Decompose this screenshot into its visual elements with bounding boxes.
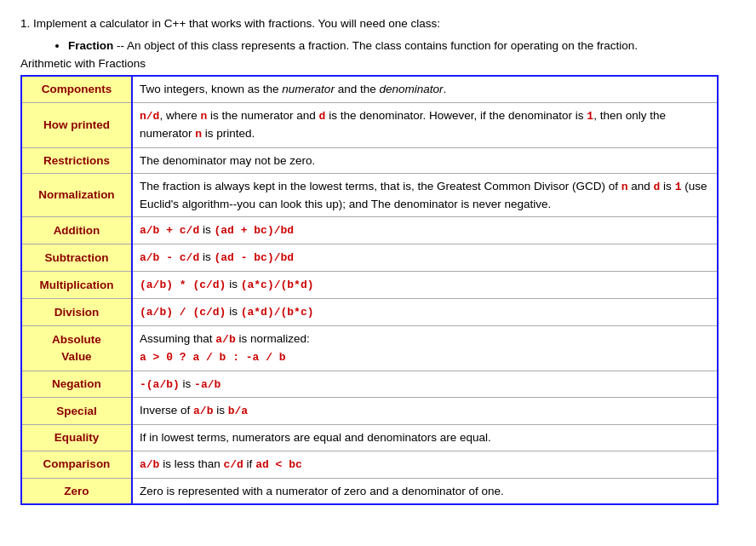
table-row: Negation -(a/b) is -a/b [21,371,718,398]
table-row: Zero Zero is represented with a numerato… [21,478,718,504]
intro-section: 1. Implement a calculator in C++ that wo… [20,15,736,70]
row-content-negation: -(a/b) is -a/b [132,371,718,398]
intro-bullet: Fraction -- An object of this class repr… [68,39,736,52]
table-row: Special Inverse of a/b is b/a [21,398,718,425]
section-title: Arithmetic with Fractions [20,57,736,70]
row-content-how-printed: n/d, where n is the numerator and d is t… [132,102,718,147]
row-label-restrictions: Restrictions [21,147,132,174]
fraction-table: Components Two integers, known as the nu… [20,75,719,505]
row-label-multiplication: Multiplication [21,272,132,299]
table-row: Addition a/b + c/d is (ad + bc)/bd [21,217,718,244]
row-label-addition: Addition [21,217,132,244]
table-row: Normalization The fraction is always kep… [21,174,718,217]
row-label-components: Components [21,76,132,102]
row-content-components: Two integers, known as the numerator and… [132,76,718,102]
table-row: Equality If in lowest terms, numerators … [21,425,718,451]
row-content-normalization: The fraction is always kept in the lowes… [132,174,718,217]
row-content-multiplication: (a/b) * (c/d) is (a*c)/(b*d) [132,272,718,299]
row-content-special: Inverse of a/b is b/a [132,398,718,425]
table-row: Components Two integers, known as the nu… [21,76,718,102]
row-label-how-printed: How printed [21,102,132,147]
row-content-comparison: a/b is less than c/d if ad < bc [132,451,718,478]
row-content-absolute-value: Assuming that a/b is normalized: a > 0 ?… [132,325,718,371]
bullet-text: -- An object of this class represents a … [113,39,638,52]
bullet-mono: Fraction [68,39,113,52]
row-content-division: (a/b) / (c/d) is (a*d)/(b*c) [132,299,718,326]
row-label-comparison: Comparison [21,451,132,478]
row-content-restrictions: The denominator may not be zero. [132,147,718,174]
table-row: Comparison a/b is less than c/d if ad < … [21,451,718,478]
row-label-absolute-value: AbsoluteValue [21,325,132,371]
row-content-equality: If in lowest terms, numerators are equal… [132,425,718,451]
row-label-division: Division [21,299,132,326]
table-row: Subtraction a/b - c/d is (ad - bc)/bd [21,244,718,272]
row-content-zero: Zero is represented with a numerator of … [132,478,718,504]
table-row: Division (a/b) / (c/d) is (a*d)/(b*c) [21,299,718,326]
table-row: Restrictions The denominator may not be … [21,147,718,174]
table-row: AbsoluteValue Assuming that a/b is norma… [21,325,718,371]
row-label-equality: Equality [21,425,132,451]
row-content-subtraction: a/b - c/d is (ad - bc)/bd [132,244,718,272]
row-label-negation: Negation [21,371,132,398]
row-content-addition: a/b + c/d is (ad + bc)/bd [132,217,718,244]
intro-line1: 1. Implement a calculator in C++ that wo… [20,15,736,32]
row-label-normalization: Normalization [21,174,132,217]
row-label-subtraction: Subtraction [21,244,132,272]
row-label-zero: Zero [21,478,132,504]
row-label-special: Special [21,398,132,425]
table-row: Multiplication (a/b) * (c/d) is (a*c)/(b… [21,272,718,299]
table-row: How printed n/d, where n is the numerato… [21,102,718,147]
